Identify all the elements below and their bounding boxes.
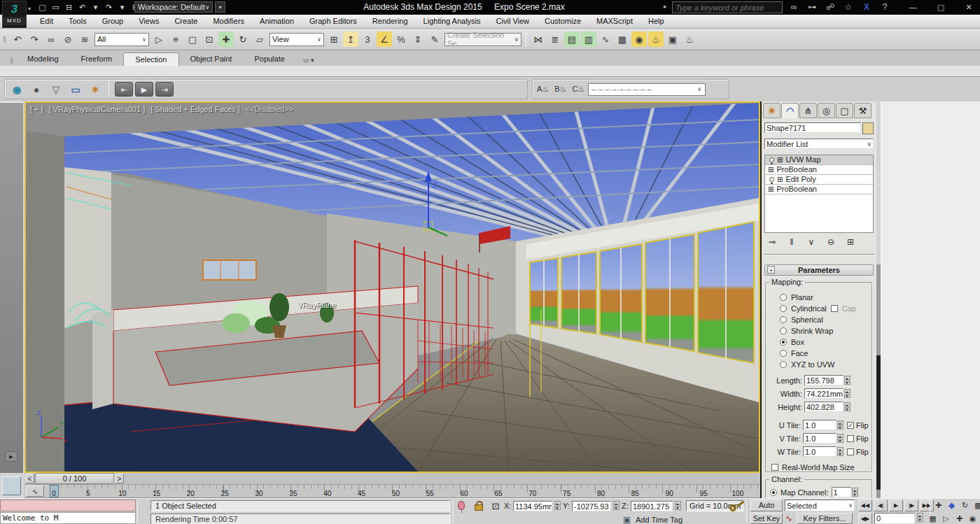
ribbon-tab[interactable]: Modeling — [16, 52, 70, 66]
menu-item[interactable]: Civil View — [489, 15, 537, 28]
modifier-list-dropdown[interactable]: Modifier List ∨ — [764, 139, 874, 149]
v-tile-input[interactable]: 1.0 — [803, 433, 836, 444]
zoom-region-icon[interactable]: ▷ — [940, 513, 952, 524]
line-style-dropdown[interactable]: –·–·–·–·–·–·–·–·– ∨ — [588, 83, 706, 96]
align-icon[interactable]: ≣ — [547, 31, 563, 47]
real-world-row[interactable]: Real-World Map Size — [771, 462, 855, 472]
exchange-apps-icon[interactable]: X — [860, 1, 874, 13]
select-link-icon[interactable]: ∞ — [43, 31, 59, 47]
menu-item[interactable]: Lighting Analysis — [416, 15, 489, 28]
restore-button[interactable]: ▢ — [932, 0, 949, 14]
play-tool-icon[interactable]: ▶ — [135, 82, 153, 97]
curve-editor-icon[interactable]: ∿ — [598, 31, 613, 47]
ribbon-tab[interactable]: Populate — [243, 52, 295, 66]
menu-item[interactable]: Tools — [61, 15, 94, 28]
track-bar-ruler[interactable]: 0510152025303540455055606570758085909510… — [46, 485, 760, 498]
manage-layers-icon[interactable]: ▤ — [564, 31, 580, 47]
ribbon-tab[interactable]: Object Paint — [179, 52, 244, 66]
real-world-checkbox[interactable] — [771, 464, 778, 471]
use-pivot-center-icon[interactable]: ⊞ — [326, 31, 342, 47]
visibility-bulb-icon[interactable] — [769, 157, 774, 162]
undo-icon[interactable]: ↶ — [10, 31, 25, 47]
preset-c-teapot-icon[interactable]: C♨ — [572, 85, 584, 94]
stack-item-edit-poly[interactable]: ⊞ Edit Poly — [765, 175, 873, 185]
new-scene-icon[interactable]: ▢ — [36, 1, 48, 13]
object-color-swatch[interactable] — [862, 122, 874, 134]
macro-recorder-pane[interactable] — [0, 500, 136, 511]
material-editor-icon[interactable]: ◉ — [631, 31, 647, 47]
open-file-icon[interactable]: ▭ — [50, 1, 62, 13]
zoom-extents-all-icon[interactable]: ◆ — [946, 500, 958, 511]
undo-caret-icon[interactable]: ▾ — [90, 1, 102, 13]
scene-explorer-icon[interactable]: ▥ — [581, 31, 596, 47]
infocenter-collapse-icon[interactable]: ▸ — [664, 3, 667, 10]
parameters-rollout-header[interactable]: - Parameters — [764, 264, 874, 276]
play-button[interactable]: ▶ — [889, 500, 903, 511]
field-of-view-icon[interactable]: ▩ — [972, 500, 980, 511]
close-button[interactable]: ✕ — [960, 0, 977, 14]
v-tile-spinner[interactable] — [837, 434, 844, 443]
mapping-option-xyz-to-uvw[interactable]: XYZ to UVW — [780, 360, 834, 369]
tab-create[interactable]: ☀ — [763, 103, 780, 118]
character-tool-icon[interactable]: ✶ — [88, 84, 103, 95]
z-spinner[interactable] — [675, 501, 681, 510]
named-selection-set-dropdown[interactable]: Create Selection Se ∨ — [444, 33, 522, 46]
maxscript-listener-pane[interactable]: Welcome to M — [0, 512, 136, 524]
sphere-tool-icon[interactable]: ● — [29, 84, 44, 95]
mapping-option-cylindrical[interactable]: Cylindrical Cap — [780, 304, 856, 313]
expand-icon[interactable]: ⊞ — [768, 167, 774, 174]
go-to-end-button[interactable]: ▶▶ — [920, 500, 934, 511]
workspace-menu-button[interactable]: ▾ — [215, 1, 225, 13]
time-configuration-icon[interactable]: ▦ — [927, 513, 939, 524]
viewport-general-menu[interactable]: [ + ] — [30, 105, 43, 113]
set-key-button[interactable]: Set Key — [750, 513, 783, 524]
zoom-extents-icon[interactable]: ✚ — [932, 500, 944, 511]
mirror-icon[interactable]: ⋈ — [531, 31, 546, 47]
angle-snap-icon[interactable]: ∠ — [377, 31, 392, 47]
mapping-option-shrink-wrap[interactable]: Shrink Wrap — [780, 326, 833, 336]
save-file-icon[interactable]: ⊟ — [63, 1, 75, 13]
menu-item[interactable]: Modifiers — [205, 15, 252, 28]
communication-center-icon[interactable]: ☍ — [823, 1, 837, 13]
sign-in-key-icon[interactable]: ⊶ — [805, 1, 819, 13]
redo-icon[interactable]: ↷ — [27, 31, 42, 47]
step-forward-icon[interactable]: ⇥ — [155, 82, 174, 97]
preset-a-teapot-icon[interactable]: A♨ — [537, 85, 549, 94]
select-rotate-icon[interactable]: ↻ — [235, 31, 251, 47]
ribbon-options-icon[interactable]: ▭ ▾ — [298, 55, 320, 66]
orbit-icon[interactable]: ↻ — [959, 500, 971, 511]
auto-key-button[interactable]: Auto Key — [750, 500, 783, 511]
time-slider[interactable]: < 0 / 100 > — [24, 473, 760, 485]
render-production-icon[interactable]: ♨ — [682, 31, 697, 47]
width-input[interactable]: 74.221mm — [804, 388, 844, 399]
expand-icon[interactable]: ⊞ — [777, 176, 783, 183]
u-tile-input[interactable]: 1.0 — [803, 420, 836, 430]
height-input[interactable]: 402.828 — [804, 402, 844, 412]
width-spinner[interactable] — [844, 389, 850, 398]
default-tangents-icon[interactable]: ∿ — [785, 514, 792, 523]
redo-caret-icon[interactable]: ▾ — [116, 1, 128, 13]
orbit-subobject-icon[interactable]: ◉ — [967, 513, 979, 524]
add-time-tag[interactable]: Add Time Tag — [636, 516, 682, 524]
menu-item[interactable]: Rendering — [365, 15, 416, 28]
select-object-icon[interactable]: ▷ — [151, 31, 167, 47]
previous-frame-arrow[interactable]: < — [25, 474, 34, 483]
menu-item[interactable]: Animation — [252, 15, 302, 28]
help-icon[interactable]: ? — [878, 1, 892, 13]
menu-item[interactable]: Help — [640, 15, 672, 28]
w-tile-spinner[interactable] — [837, 447, 844, 456]
pin-stack-icon[interactable]: ⊸ — [764, 236, 780, 249]
tab-motion[interactable]: ◎ — [818, 103, 835, 118]
select-move-icon[interactable]: ✚ — [218, 31, 234, 47]
step-back-icon[interactable]: ⇤ — [115, 82, 133, 97]
select-by-name-icon[interactable]: ≡ — [168, 31, 183, 47]
length-input[interactable]: 155.798 — [804, 375, 844, 385]
menu-item[interactable]: Group — [94, 15, 132, 28]
visibility-bulb-icon[interactable] — [769, 177, 774, 182]
previous-frame-button[interactable]: ◀| — [874, 500, 888, 511]
window-crossing-icon[interactable]: ⊡ — [202, 31, 217, 47]
viewport-canvas[interactable]: Z Z Y x [ + ] [ VRayPhysicalCamera001 ] … — [24, 101, 760, 473]
pan-icon[interactable]: ✚ — [953, 513, 965, 524]
u-flip-checkbox[interactable]: ✓ — [847, 422, 854, 429]
go-to-start-button[interactable]: ◀◀ — [858, 500, 872, 511]
